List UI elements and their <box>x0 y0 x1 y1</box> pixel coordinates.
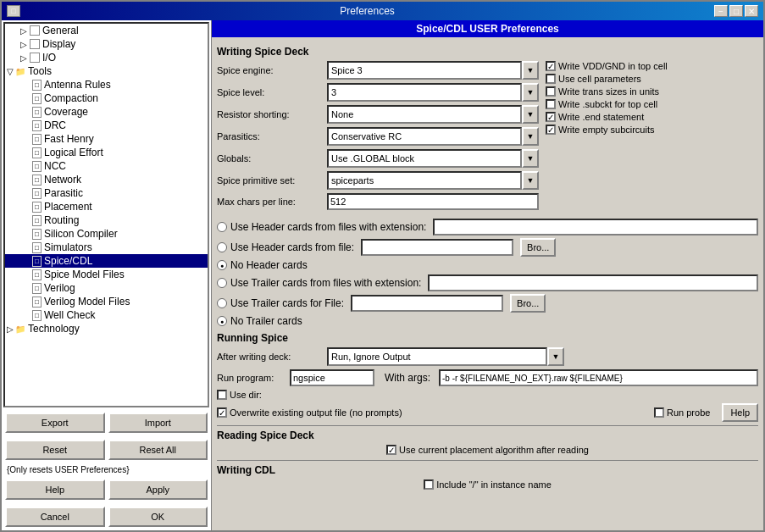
tree-item-well-check[interactable]: □ Well Check <box>5 308 208 322</box>
header-radio2-label: Use Header cards from file: <box>230 241 354 253</box>
tree-item-verilog-model-files[interactable]: □ Verilog Model Files <box>5 295 208 308</box>
after-writing-dropdown-btn[interactable]: ▼ <box>547 347 564 366</box>
export-button[interactable]: Export <box>5 413 105 433</box>
spice-level-dropdown-btn[interactable]: ▼ <box>522 83 539 102</box>
header-radio3[interactable] <box>217 260 227 270</box>
with-args-input[interactable] <box>439 369 758 386</box>
use-current-check[interactable]: ✓ Use current placement algorithm after … <box>217 445 758 455</box>
tree-item-spice-cdl[interactable]: □ Spice/CDL <box>5 254 208 268</box>
write-vdd-gnd-checkbox[interactable]: ✓ <box>546 61 556 71</box>
tree-label: Tools <box>28 65 52 77</box>
write-trans-sizes-check[interactable]: Write trans sizes in units <box>546 86 758 97</box>
tree-label: Network <box>44 174 81 186</box>
tree-item-silicon-compiler[interactable]: □ Silicon Compiler <box>5 227 208 241</box>
use-dir-checkbox[interactable] <box>217 390 227 400</box>
writing-cdl-header: Writing CDL <box>217 464 275 476</box>
parasitics-dropdown-btn[interactable]: ▼ <box>522 127 539 146</box>
minimize-button[interactable]: − <box>714 5 728 17</box>
globals-combo[interactable]: Use .GLOBAL block ▼ <box>327 149 539 168</box>
tree-item-simulators[interactable]: □ Simulators <box>5 241 208 254</box>
trailer-radio3[interactable] <box>217 316 227 326</box>
trailer-bro-button[interactable]: Bro... <box>510 294 546 313</box>
run-probe-check[interactable]: Run probe <box>654 407 710 418</box>
header-radio2[interactable] <box>217 242 227 252</box>
tree-item-coverage[interactable]: □ Coverage <box>5 105 208 119</box>
write-end-check[interactable]: ✓ Write .end statement <box>546 112 758 122</box>
tree-item-parasitic[interactable]: □ Parasitic <box>5 186 208 200</box>
running-help-button[interactable]: Help <box>722 403 758 422</box>
trailer-ext-input[interactable] <box>428 274 758 291</box>
reset-button[interactable]: Reset <box>5 440 105 460</box>
tree-item-fast-henry[interactable]: □ Fast Henry <box>5 132 208 146</box>
use-dir-check[interactable]: Use dir: <box>217 390 262 400</box>
tree-item-technology[interactable]: ▷ 📁 Technology <box>5 322 208 335</box>
tree-item-network[interactable]: □ Network <box>5 173 208 186</box>
close-button[interactable]: ✕ <box>745 5 758 17</box>
include-slash-checkbox[interactable] <box>424 479 434 490</box>
spice-level-row: Spice level: 3 ▼ <box>217 83 539 102</box>
overwrite-check[interactable]: ✓ Overwrite existing output file (no pro… <box>217 407 402 418</box>
header-ext-input[interactable] <box>433 219 758 236</box>
tree-item-verilog[interactable]: □ Verilog <box>5 281 208 295</box>
write-subckt-checkbox[interactable] <box>546 99 556 109</box>
tree-item-io[interactable]: ▷ I/O <box>5 51 208 64</box>
tree-item-drc[interactable]: □ DRC <box>5 119 208 132</box>
use-dir-label: Use dir: <box>230 390 262 400</box>
maximize-button[interactable]: □ <box>729 5 743 17</box>
write-empty-sub-check[interactable]: ✓ Write empty subcircuits <box>546 125 758 135</box>
use-current-checkbox[interactable]: ✓ <box>386 445 396 455</box>
write-subckt-check[interactable]: Write .subckt for top cell <box>546 99 758 109</box>
trailer-file-input[interactable] <box>351 295 503 312</box>
spice-primitive-dropdown-btn[interactable]: ▼ <box>522 171 539 190</box>
apply-button[interactable]: Apply <box>108 479 208 500</box>
write-trans-sizes-checkbox[interactable] <box>546 86 556 97</box>
resistor-shorting-dropdown-btn[interactable]: ▼ <box>522 105 539 124</box>
tree-item-spice-model-files[interactable]: □ Spice Model Files <box>5 268 208 281</box>
cancel-button[interactable]: Cancel <box>5 507 105 527</box>
use-cell-params-check[interactable]: Use cell parameters <box>546 74 758 84</box>
help-button[interactable]: Help <box>5 479 105 500</box>
tree-item-antenna-rules[interactable]: □ Antenna Rules <box>5 78 208 91</box>
header-radio1-row: Use Header cards from files with extensi… <box>217 219 758 236</box>
header-file-input[interactable] <box>361 239 513 256</box>
header-radio2-row: Use Header cards from file: Bro... <box>217 238 758 257</box>
spice-level-label: Spice level: <box>217 87 327 97</box>
header-radio1-label: Use Header cards from files with extensi… <box>230 221 426 233</box>
tree-item-general[interactable]: ▷ General <box>5 24 208 37</box>
spice-level-combo[interactable]: 3 ▼ <box>327 83 539 102</box>
tree-item-ncc[interactable]: □ NCC <box>5 159 208 173</box>
spice-engine-label: Spice engine: <box>217 65 327 75</box>
tree-item-tools[interactable]: ▽ 📁 Tools <box>5 64 208 78</box>
run-program-input[interactable] <box>290 369 374 386</box>
use-cell-params-checkbox[interactable] <box>546 74 556 84</box>
header-radio1[interactable] <box>217 222 227 232</box>
import-button[interactable]: Import <box>108 413 208 433</box>
tree-item-routing[interactable]: □ Routing <box>5 213 208 227</box>
tree-area[interactable]: ▷ General ▷ Display ▷ I/O <box>3 22 209 407</box>
spice-primitive-combo[interactable]: spiceparts ▼ <box>327 171 539 190</box>
trailer-radio1[interactable] <box>217 278 227 288</box>
reset-all-button[interactable]: Reset All <box>108 440 208 460</box>
trailer-radio2[interactable] <box>217 298 227 308</box>
globals-dropdown-btn[interactable]: ▼ <box>522 149 539 168</box>
tree-item-placement[interactable]: □ Placement <box>5 200 208 213</box>
header-bro-button[interactable]: Bro... <box>520 238 556 257</box>
spice-engine-dropdown-btn[interactable]: ▼ <box>522 61 539 80</box>
overwrite-checkbox[interactable]: ✓ <box>217 407 227 418</box>
parasitics-combo[interactable]: Conservative RC ▼ <box>327 127 539 146</box>
resistor-shorting-combo[interactable]: None ▼ <box>327 105 539 124</box>
tree-item-logical-effort[interactable]: □ Logical Effort <box>5 146 208 159</box>
tree-item-display[interactable]: ▷ Display <box>5 37 208 51</box>
spice-engine-combo[interactable]: Spice 3 ▼ <box>327 61 539 80</box>
tree-item-compaction[interactable]: □ Compaction <box>5 91 208 105</box>
after-writing-combo[interactable]: Run, Ignore Output ▼ <box>327 347 564 366</box>
ok-button[interactable]: OK <box>108 507 208 527</box>
max-chars-input[interactable] <box>327 193 539 210</box>
tree-label: Antenna Rules <box>44 79 111 91</box>
write-empty-sub-checkbox[interactable]: ✓ <box>546 125 556 135</box>
write-end-checkbox[interactable]: ✓ <box>546 112 556 122</box>
include-slash-check[interactable]: Include "/" in instance name <box>217 479 758 490</box>
run-probe-checkbox[interactable] <box>654 407 664 418</box>
trailer-radio3-label: No Trailer cards <box>230 315 302 327</box>
write-vdd-gnd-check[interactable]: ✓ Write VDD/GND in top cell <box>546 61 758 71</box>
